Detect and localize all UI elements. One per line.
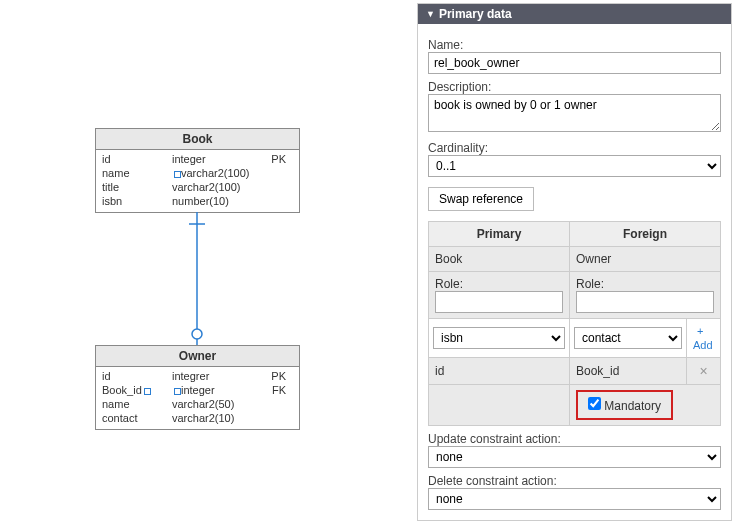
description-field[interactable] <box>428 94 721 132</box>
primary-header: Primary <box>429 222 570 247</box>
foreign-header: Foreign <box>570 222 721 247</box>
mapping-primary-col: id <box>429 358 570 385</box>
fk-marker-icon <box>144 388 151 395</box>
primary-entity-cell: Book <box>429 247 570 272</box>
entity-owner-body: idintegrerPK Book_idintegerFK namevarcha… <box>96 367 299 429</box>
mandatory-highlight: Mandatory <box>576 390 673 420</box>
panel-title: Primary data <box>439 7 512 21</box>
fk-marker-icon <box>174 388 181 395</box>
entity-book[interactable]: Book idintegerPK namevarchar2(100) title… <box>95 128 300 213</box>
table-row: isbnnumber(10) <box>102 194 293 208</box>
foreign-role-field[interactable] <box>576 291 714 313</box>
mapping-foreign-col: Book_id <box>570 358 687 385</box>
table-row: contactvarchar2(10) <box>102 411 293 425</box>
table-row: idintegerPK <box>102 152 293 166</box>
mandatory-label: Mandatory <box>604 399 661 413</box>
fk-marker-icon <box>174 171 181 178</box>
role-label: Role: <box>435 277 563 291</box>
primary-role-field[interactable] <box>435 291 563 313</box>
update-action-select[interactable]: none <box>428 446 721 468</box>
description-label: Description: <box>428 80 721 94</box>
entity-book-title: Book <box>96 129 299 150</box>
foreign-column-select[interactable]: contact <box>574 327 682 349</box>
panel-header[interactable]: ▼ Primary data <box>418 4 731 24</box>
primary-role-cell: Role: <box>429 272 570 319</box>
remove-mapping-button[interactable]: × <box>699 363 707 379</box>
entity-owner[interactable]: Owner idintegrerPK Book_idintegerFK name… <box>95 345 300 430</box>
delete-action-label: Delete constraint action: <box>428 474 721 488</box>
svg-point-2 <box>192 329 202 339</box>
foreign-entity-cell: Owner <box>570 247 721 272</box>
table-row: namevarchar2(50) <box>102 397 293 411</box>
caret-down-icon: ▼ <box>426 9 435 19</box>
foreign-role-cell: Role: <box>570 272 721 319</box>
name-label: Name: <box>428 38 721 52</box>
table-row: Book_idintegerFK <box>102 383 293 397</box>
properties-panel: ▼ Primary data Name: Description: Cardin… <box>417 3 732 521</box>
cardinality-label: Cardinality: <box>428 141 721 155</box>
table-row: titlevarchar2(100) <box>102 180 293 194</box>
table-row: namevarchar2(100) <box>102 166 293 180</box>
delete-action-select[interactable]: none <box>428 488 721 510</box>
entity-book-body: idintegerPK namevarchar2(100) titlevarch… <box>96 150 299 212</box>
mandatory-checkbox[interactable] <box>588 397 601 410</box>
relationship-connector <box>0 0 415 530</box>
reference-table: Primary Foreign Book Owner Role: Role: <box>428 221 721 426</box>
table-row: idintegrerPK <box>102 369 293 383</box>
swap-reference-button[interactable]: Swap reference <box>428 187 534 211</box>
role-label: Role: <box>576 277 714 291</box>
primary-column-select[interactable]: isbn <box>433 327 565 349</box>
erd-canvas: Book idintegerPK namevarchar2(100) title… <box>0 0 415 530</box>
cardinality-select[interactable]: 0..1 <box>428 155 721 177</box>
update-action-label: Update constraint action: <box>428 432 721 446</box>
entity-owner-title: Owner <box>96 346 299 367</box>
add-mapping-button[interactable]: + Add <box>693 325 713 351</box>
name-field[interactable] <box>428 52 721 74</box>
